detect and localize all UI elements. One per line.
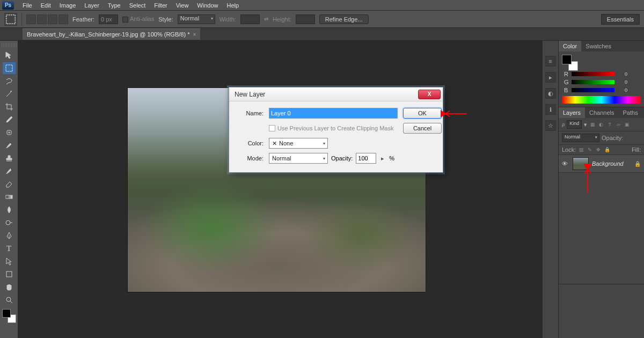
lock-position-icon[interactable]: ✥ [595, 146, 602, 153]
layer-name-input[interactable] [269, 108, 398, 119]
toolbox-handle[interactable] [2, 43, 17, 47]
lasso-tool[interactable] [3, 75, 16, 87]
canvas-area[interactable] [18, 41, 542, 338]
mode-select[interactable]: Normal [269, 153, 328, 164]
dialog-titlebar[interactable]: New Layer X [229, 87, 443, 101]
marquee-tool[interactable] [3, 62, 16, 74]
menu-image[interactable]: Image [55, 1, 80, 10]
eyedropper-tool[interactable] [3, 114, 16, 126]
menu-window[interactable]: Window [193, 1, 222, 10]
checkbox-icon[interactable] [269, 125, 275, 131]
type-tool[interactable]: T [3, 243, 16, 254]
sel-intersect-icon[interactable] [58, 14, 68, 24]
color-fgbg-swatch[interactable] [562, 55, 578, 71]
eraser-tool[interactable] [3, 178, 16, 190]
menu-select[interactable]: Select [125, 1, 150, 10]
menu-filter[interactable]: Filter [150, 1, 171, 10]
color-tab[interactable]: Color [559, 41, 581, 52]
history-panel-icon[interactable]: ≡ [545, 56, 556, 67]
gradient-tool[interactable] [3, 191, 16, 203]
color-panel: Color Swatches R0 G0 B0 [559, 41, 644, 107]
magic-wand-tool[interactable] [3, 88, 16, 100]
blur-tool[interactable] [3, 204, 16, 216]
color-spectrum[interactable] [562, 96, 641, 104]
clipping-mask-checkbox[interactable]: Use Previous Layer to Create Clipping Ma… [269, 125, 398, 131]
paths-tab[interactable]: Paths [619, 107, 642, 118]
close-tab-icon[interactable]: × [193, 32, 196, 38]
ok-button[interactable]: OK [403, 108, 442, 119]
filter-shape-icon[interactable]: ▱ [615, 121, 621, 128]
g-slider[interactable] [572, 80, 614, 84]
menu-type[interactable]: Type [104, 1, 125, 10]
r-slider[interactable] [572, 72, 614, 76]
dodge-tool[interactable] [3, 217, 16, 229]
cancel-button[interactable]: Cancel [403, 123, 442, 134]
lock-transparency-icon[interactable]: ▨ [578, 146, 584, 153]
workspace-switcher[interactable]: Essentials [601, 14, 640, 25]
r-label: R [564, 71, 569, 77]
styles-panel-icon[interactable]: ☆ [545, 120, 556, 131]
menu-view[interactable]: View [172, 1, 193, 10]
options-bar: Feather: Anti-alias Style: Normal Width:… [0, 11, 644, 28]
visibility-toggle-icon[interactable]: 👁 [562, 160, 569, 167]
hand-tool[interactable] [3, 281, 16, 293]
clipping-mask-label: Use Previous Layer to Create Clipping Ma… [277, 125, 393, 131]
sel-new-icon[interactable] [26, 14, 36, 24]
menu-help[interactable]: Help [222, 1, 243, 10]
style-select[interactable]: Normal [178, 14, 215, 24]
swatches-tab[interactable]: Swatches [581, 41, 616, 52]
color-select[interactable]: ✕None [269, 138, 328, 149]
selection-mode-icons [26, 14, 68, 24]
opacity-spinner-icon[interactable]: ▸ [379, 155, 386, 162]
menu-file[interactable]: File [18, 1, 36, 10]
layer-filter-kind[interactable]: Kind [567, 120, 582, 129]
lock-pixels-icon[interactable]: ✎ [587, 146, 593, 153]
height-input [296, 14, 315, 24]
layer-name[interactable]: Background [592, 160, 624, 167]
menu-layer[interactable]: Layer [80, 1, 104, 10]
menu-edit[interactable]: Edit [36, 1, 55, 10]
actions-panel-icon[interactable]: ▸ [545, 72, 556, 83]
foreground-color[interactable] [2, 309, 11, 318]
feather-input[interactable] [99, 14, 118, 24]
g-value[interactable]: 0 [617, 79, 627, 85]
opacity-unit: % [389, 155, 394, 161]
foreground-background-swatch[interactable] [2, 309, 16, 323]
filter-type-icon[interactable]: T [606, 121, 613, 128]
current-tool-indicator[interactable] [4, 13, 17, 26]
zoom-tool[interactable] [3, 294, 16, 306]
properties-panel-icon[interactable]: ◐ [545, 88, 556, 99]
fill-label: Fill: [632, 146, 641, 153]
channels-tab[interactable]: Channels [585, 107, 618, 118]
b-value[interactable]: 0 [617, 87, 627, 93]
shape-tool[interactable] [3, 268, 16, 280]
sel-add-icon[interactable] [37, 14, 47, 24]
collapsed-dock: ≡ ▸ ◐ ℹ ☆ [542, 41, 558, 338]
move-tool[interactable] [3, 49, 16, 61]
brush-tool[interactable] [3, 139, 16, 151]
healing-brush-tool[interactable] [3, 127, 16, 138]
sel-subtract-icon[interactable] [48, 14, 57, 24]
pen-tool[interactable] [3, 230, 16, 241]
stamp-tool[interactable] [3, 152, 16, 164]
refine-edge-button[interactable]: Refine Edge... [319, 14, 369, 24]
layers-tab[interactable]: Layers [559, 107, 585, 118]
filter-adjust-icon[interactable]: ◐ [598, 121, 604, 128]
r-value[interactable]: 0 [617, 71, 627, 77]
filter-pixel-icon[interactable]: ▦ [589, 121, 596, 128]
history-brush-tool[interactable] [3, 165, 16, 177]
b-slider[interactable] [572, 88, 614, 92]
lock-all-icon[interactable]: 🔒 [604, 146, 610, 153]
annotation-arrow-ok [441, 110, 467, 117]
path-select-tool[interactable] [3, 255, 16, 267]
document-tab[interactable]: Braveheart_by_-Kilian_Schinberger-19.jpg… [23, 28, 200, 40]
blend-mode-select[interactable]: Normal [562, 134, 599, 142]
layer-row-background[interactable]: 👁 Background 🔒 [559, 155, 644, 173]
info-panel-icon[interactable]: ℹ [545, 104, 556, 115]
crop-tool[interactable] [3, 101, 16, 113]
filter-smart-icon[interactable]: ▣ [624, 121, 630, 128]
antialias-option[interactable]: Anti-alias [122, 16, 154, 23]
dialog-close-button[interactable]: X [418, 90, 441, 99]
link-wh-icon[interactable]: ⇄ [264, 16, 268, 22]
opacity-input[interactable] [356, 153, 376, 164]
